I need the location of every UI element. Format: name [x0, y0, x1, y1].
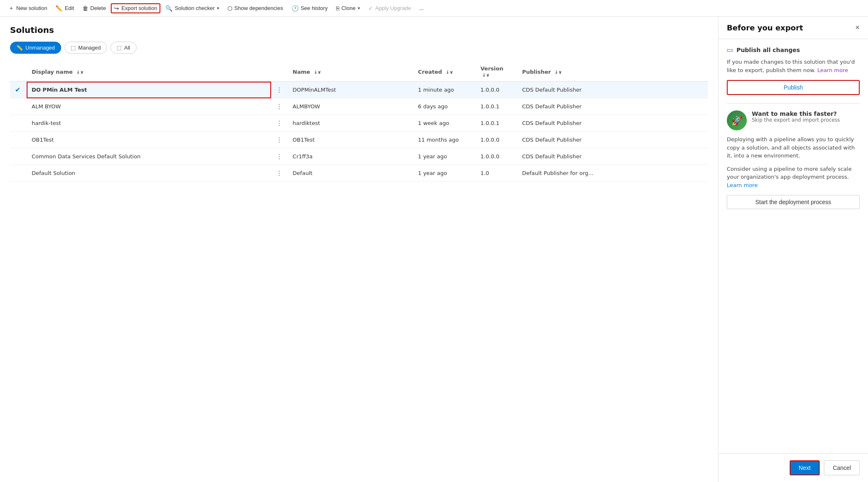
- row-version: 1.0: [476, 165, 517, 182]
- sort-publisher-icon: ↓∨: [554, 70, 562, 75]
- publish-section-desc: If you made changes to this solution tha…: [727, 58, 860, 74]
- toolbar: ＋ New solution ✏️ Edit 🗑 Delete ↪ Export…: [0, 0, 868, 17]
- see-history-button[interactable]: 🕐 See history: [288, 3, 331, 13]
- ellipsis-icon: ⋮: [276, 102, 283, 110]
- panel-header: Before you export ×: [718, 17, 868, 39]
- apply-upgrade-button[interactable]: ✓ Apply Upgrade: [365, 3, 414, 13]
- row-created: 6 days ago: [413, 98, 476, 115]
- delete-button[interactable]: 🗑 Delete: [79, 3, 110, 13]
- export-solution-button[interactable]: ↪ Export solution: [111, 3, 160, 13]
- filter-managed[interactable]: ⬚ Managed: [65, 42, 107, 54]
- deploy-button[interactable]: Start the deployment process: [727, 195, 860, 209]
- cancel-button[interactable]: Cancel: [824, 460, 860, 475]
- table-row[interactable]: ALM BYOW ⋮ ALMBYOW 6 days ago 1.0.0.1 CD…: [10, 98, 708, 115]
- row-context-menu[interactable]: ⋮: [271, 148, 288, 165]
- filter-unmanaged[interactable]: ✏️ Unmanaged: [10, 42, 61, 54]
- table-row[interactable]: OB1Test ⋮ OB1Test 11 months ago 1.0.0.0 …: [10, 132, 708, 148]
- table-row[interactable]: hardik-test ⋮ hardiktest 1 week ago 1.0.…: [10, 115, 708, 132]
- all-icon: ⬚: [117, 45, 122, 51]
- row-publisher: CDS Default Publisher: [517, 132, 708, 148]
- pipeline-icon: 🚀: [727, 110, 747, 130]
- col-header-display-name[interactable]: Display name ↓∨: [27, 62, 271, 82]
- table-row[interactable]: ✔ DO PMin ALM Test ⋮ DOPMinALMTest 1 min…: [10, 82, 708, 98]
- col-header-created[interactable]: Created ↓∨: [413, 62, 476, 82]
- dependencies-icon: ⬡: [227, 5, 232, 12]
- col-header-publisher[interactable]: Publisher ↓∨: [517, 62, 708, 82]
- row-display-name: Common Data Services Default Solution: [27, 148, 271, 165]
- pipeline-header: 🚀 Want to make this faster? Skip the exp…: [727, 110, 860, 130]
- row-checkbox[interactable]: [10, 98, 27, 115]
- pipeline-header-text: Want to make this faster? Skip the expor…: [752, 110, 840, 123]
- check-icon: ✔: [15, 86, 20, 94]
- row-created: 1 week ago: [413, 115, 476, 132]
- filter-all[interactable]: ⬚ All: [110, 42, 136, 54]
- sort-created-icon: ↓∨: [446, 70, 453, 75]
- pipeline-desc1: Deploying with a pipeline allows you to …: [727, 135, 860, 160]
- row-publisher: CDS Default Publisher: [517, 82, 708, 98]
- row-display-name: DO PMin ALM Test: [27, 82, 271, 98]
- main-area: Solutions ✏️ Unmanaged ⬚ Managed ⬚ All: [0, 17, 868, 482]
- pipeline-section: 🚀 Want to make this faster? Skip the exp…: [727, 110, 860, 209]
- pipeline-learn-more-link[interactable]: Learn more: [727, 182, 758, 188]
- row-publisher: CDS Default Publisher: [517, 115, 708, 132]
- row-display-name: Default Solution: [27, 165, 271, 182]
- pipeline-header-bold: Want to make this faster?: [752, 110, 840, 117]
- panel-close-button[interactable]: ×: [855, 23, 860, 32]
- panel-body: ▭ Publish all changes If you made change…: [718, 39, 868, 453]
- row-context-menu[interactable]: ⋮: [271, 165, 288, 182]
- publish-button[interactable]: Publish: [727, 80, 860, 95]
- row-context-menu[interactable]: ⋮: [271, 115, 288, 132]
- row-version: 1.0.0.1: [476, 98, 517, 115]
- row-name: hardiktest: [288, 115, 413, 132]
- panel-title: Before you export: [727, 23, 803, 32]
- solutions-table: Display name ↓∨ Name ↓∨ Created ↓∨ Versi…: [10, 62, 708, 182]
- plus-icon: ＋: [8, 5, 14, 12]
- row-context-menu[interactable]: ⋮: [271, 82, 288, 98]
- row-checkbox[interactable]: ✔: [10, 82, 27, 98]
- row-checkbox[interactable]: [10, 148, 27, 165]
- edit-button[interactable]: ✏️ Edit: [52, 3, 77, 13]
- pipeline-header-sub: Skip the export and import process: [752, 117, 840, 123]
- next-button[interactable]: Next: [790, 460, 820, 475]
- managed-icon: ⬚: [71, 45, 76, 51]
- col-header-version[interactable]: Version ↓∨: [476, 62, 517, 82]
- row-checkbox[interactable]: [10, 132, 27, 148]
- publish-section-icon: ▭: [727, 46, 733, 54]
- unmanaged-icon: ✏️: [16, 45, 23, 51]
- row-checkbox[interactable]: [10, 165, 27, 182]
- row-version: 1.0.0.1: [476, 115, 517, 132]
- row-name: DOPMinALMTest: [288, 82, 413, 98]
- publish-learn-more-link[interactable]: Learn more: [817, 67, 848, 73]
- table-row[interactable]: Default Solution ⋮ Default 1 year ago 1.…: [10, 165, 708, 182]
- new-solution-button[interactable]: ＋ New solution: [5, 3, 50, 14]
- pipeline-desc2: Consider using a pipeline to more safely…: [727, 165, 860, 190]
- solutions-panel: Solutions ✏️ Unmanaged ⬚ Managed ⬚ All: [0, 17, 718, 482]
- col-header-menu: [271, 62, 288, 82]
- col-header-name[interactable]: Name ↓∨: [288, 62, 413, 82]
- row-publisher: CDS Default Publisher: [517, 98, 708, 115]
- row-display-name: OB1Test: [27, 132, 271, 148]
- upgrade-icon: ✓: [368, 5, 373, 12]
- clone-dropdown-arrow: ▾: [358, 6, 360, 10]
- ellipsis-icon: ⋮: [276, 152, 283, 160]
- more-button[interactable]: ...: [416, 3, 427, 13]
- show-dependencies-button[interactable]: ⬡ Show dependencies: [224, 3, 287, 13]
- ellipsis-icon: ⋮: [276, 136, 283, 144]
- row-checkbox[interactable]: [10, 115, 27, 132]
- ellipsis-icon: ⋮: [276, 86, 283, 94]
- row-name: Default: [288, 165, 413, 182]
- clone-icon: ⎘: [336, 5, 339, 12]
- row-context-menu[interactable]: ⋮: [271, 98, 288, 115]
- row-display-name: hardik-test: [27, 115, 271, 132]
- row-context-menu[interactable]: ⋮: [271, 132, 288, 148]
- table-row[interactable]: Common Data Services Default Solution ⋮ …: [10, 148, 708, 165]
- publish-section-title: ▭ Publish all changes: [727, 46, 860, 54]
- solution-checker-button[interactable]: 🔍 Solution checker ▾: [162, 3, 222, 13]
- panel-footer: Next Cancel: [718, 453, 868, 482]
- row-display-name: ALM BYOW: [27, 98, 271, 115]
- ellipsis-icon: ⋮: [276, 169, 283, 177]
- export-icon: ↪: [114, 5, 119, 12]
- solutions-title: Solutions: [10, 25, 708, 35]
- clone-button[interactable]: ⎘ Clone ▾: [333, 3, 363, 13]
- right-panel: Before you export × ▭ Publish all change…: [718, 17, 868, 482]
